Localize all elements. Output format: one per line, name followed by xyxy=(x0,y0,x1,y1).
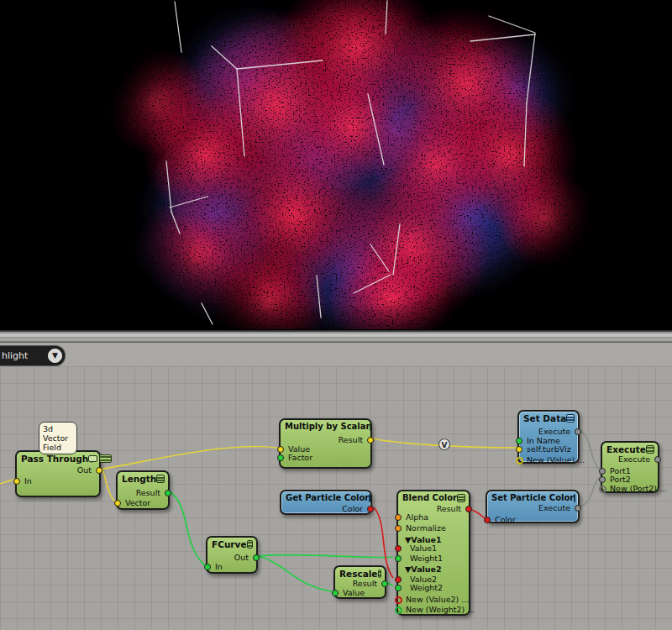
port-label: In xyxy=(24,476,32,486)
port-color-dot[interactable] xyxy=(484,517,491,523)
port-row-weight2: Weight2 xyxy=(398,583,469,593)
port-result-dot[interactable] xyxy=(381,580,388,587)
node-menu-icon[interactable] xyxy=(99,454,112,463)
port-row-out: Out xyxy=(17,465,99,475)
comment-icon[interactable] xyxy=(88,455,97,462)
port-label: New (Weight2) ... xyxy=(406,605,475,614)
port-result-dot[interactable] xyxy=(165,490,171,496)
port-label: Value xyxy=(343,588,365,597)
node-get-particle-color[interactable]: Get Particle Color Color xyxy=(280,490,372,515)
node-set-particle-color[interactable]: Set Particle Color Execute Color xyxy=(486,490,580,523)
port-result-dot[interactable] xyxy=(465,506,472,512)
port-label: Normalize xyxy=(406,523,446,533)
port-execute-dot[interactable] xyxy=(575,428,581,435)
port-label: New (Value2) ... xyxy=(406,595,469,604)
node-title: Rescale xyxy=(339,569,378,579)
port-reference-dot[interactable] xyxy=(516,446,522,453)
node-execute[interactable]: Execute Execute Port1 Port2 New (Port2) … xyxy=(601,441,659,493)
node-set-data[interactable]: Set Data Execute In Name self.turbViz Ne… xyxy=(517,410,580,464)
port-row-new-port2: New (Port2) ... xyxy=(602,484,658,494)
comment-line1: 3d Vector xyxy=(43,424,73,443)
preset-dropdown[interactable]: hlight ▼ xyxy=(0,345,66,366)
port-execute-dot[interactable] xyxy=(575,505,581,512)
port-row-execute: Execute xyxy=(487,503,578,513)
port-label: Value1 xyxy=(410,543,437,553)
particle-cloud xyxy=(101,0,596,329)
port-color-dot[interactable] xyxy=(367,506,374,512)
port-in-dot[interactable] xyxy=(13,478,20,485)
port-label: New (Port2) ... xyxy=(610,484,667,493)
3d-viewport[interactable] xyxy=(0,0,672,329)
port-in-name-dot[interactable] xyxy=(516,438,522,444)
node-title: Set Data xyxy=(523,413,566,423)
port-weight2-dot[interactable] xyxy=(395,585,402,591)
ice-tree-editor: hlight ▼ V 3d xyxy=(0,343,672,630)
port-label: Color xyxy=(495,515,516,524)
port-normalize-dot[interactable] xyxy=(395,525,402,532)
node-menu-icon[interactable] xyxy=(156,475,165,483)
comment-line2: Field xyxy=(43,443,73,452)
node-length[interactable]: Length Result Vector xyxy=(116,470,170,510)
node-menu-icon[interactable] xyxy=(247,540,254,549)
port-row-factor: Factor xyxy=(281,453,370,463)
port-out-dot[interactable] xyxy=(253,554,260,561)
node-menu-icon[interactable] xyxy=(457,494,465,502)
port-row-weight1: Weight1 xyxy=(398,554,469,564)
port-factor-dot[interactable] xyxy=(277,454,284,461)
group-label: ▼Value2 xyxy=(405,564,442,574)
node-menu-icon[interactable] xyxy=(378,570,382,578)
port-row-color: Color xyxy=(281,504,370,514)
node-menu-icon[interactable] xyxy=(574,494,575,502)
port-row-reference: self.turbViz xyxy=(519,444,578,454)
port-label: In xyxy=(215,562,223,571)
node-rescale[interactable]: Rescale Result Value xyxy=(333,565,386,599)
chevron-down-icon[interactable]: ▼ xyxy=(48,349,62,363)
port-group-value2[interactable]: ▼Value2 xyxy=(398,564,469,575)
node-menu-icon[interactable] xyxy=(646,445,654,454)
port-label: Color xyxy=(342,504,363,513)
port-weight1-dot[interactable] xyxy=(395,555,402,562)
port-row-new-weight2: New (Weight2) ... xyxy=(398,605,469,615)
port-label: Out xyxy=(77,465,92,475)
port-out-dot[interactable] xyxy=(96,467,102,474)
particle-field-render xyxy=(0,0,672,329)
port-label: Port2 xyxy=(610,475,631,484)
comment-bubble[interactable]: 3d Vector Field xyxy=(39,422,77,454)
node-title: Multiply by Scalar xyxy=(285,422,370,431)
port-execute-dot[interactable] xyxy=(654,456,661,463)
node-title: FCurve xyxy=(212,539,247,549)
node-blend-color[interactable]: Blend Color Result Alpha Normalize ▼Valu… xyxy=(396,490,470,616)
port-label: Execute xyxy=(618,454,650,464)
port-label: Weight2 xyxy=(410,583,443,592)
port-in-dot[interactable] xyxy=(204,564,211,570)
node-pass-through[interactable]: Pass Through Out In xyxy=(15,450,101,497)
port-result-dot[interactable] xyxy=(367,437,374,444)
port-new-value2-dot[interactable] xyxy=(395,596,402,604)
node-menu-icon[interactable] xyxy=(370,423,371,431)
port-new-weight2-dot[interactable] xyxy=(395,606,402,614)
node-menu-icon[interactable] xyxy=(566,414,575,423)
node-menu-icon[interactable] xyxy=(369,494,370,502)
port-alpha-dot[interactable] xyxy=(395,514,402,521)
port-port1-dot[interactable] xyxy=(599,468,606,475)
port-label: Factor xyxy=(288,453,312,462)
port-vector-dot[interactable] xyxy=(114,500,121,507)
port-row-value: Value xyxy=(335,588,385,598)
port-new-value-dot[interactable] xyxy=(516,457,523,465)
node-multiply-by-scalar[interactable]: Multiply by Scalar Result Value Factor xyxy=(279,418,372,469)
port-value-dot[interactable] xyxy=(277,446,284,453)
port-label: Result xyxy=(136,488,160,497)
preset-dropdown-label: hlight xyxy=(2,350,48,361)
node-title: Pass Through xyxy=(21,454,88,464)
port-row-alpha: Alpha xyxy=(398,512,469,522)
port-label: New (Value) ... xyxy=(527,455,585,465)
port-value-dot[interactable] xyxy=(332,590,339,596)
port-value2-dot[interactable] xyxy=(395,576,402,583)
port-port2-dot[interactable] xyxy=(599,476,606,483)
port-label: Execute xyxy=(538,427,570,436)
port-label: Alpha xyxy=(406,512,428,522)
node-fcurve[interactable]: FCurve Out In xyxy=(206,536,258,574)
port-new-port2-dot[interactable] xyxy=(599,486,606,493)
port-value1-dot[interactable] xyxy=(395,545,402,552)
view-splitter[interactable] xyxy=(0,329,672,343)
